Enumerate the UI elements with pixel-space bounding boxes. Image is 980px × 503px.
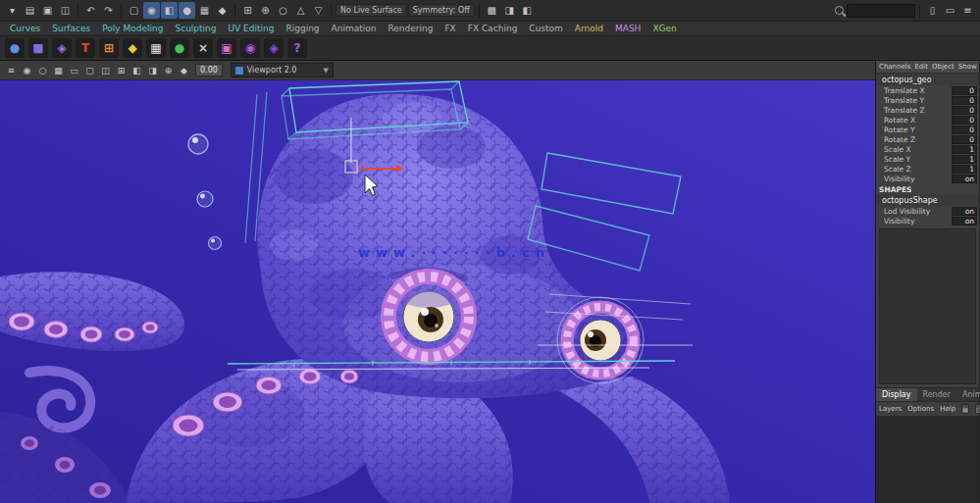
shelf-tab[interactable]: Animation [332, 24, 377, 33]
new-empty-layer-icon[interactable]: ▢ [975, 404, 980, 414]
channel-value-field[interactable]: 0 [952, 126, 977, 134]
shelf-tab[interactable]: Rigging [285, 24, 319, 33]
channel-box-menu-item[interactable]: Edit [914, 63, 928, 71]
shelf-purple-diamond-icon[interactable]: ◈ [264, 38, 284, 58]
shape-node-name[interactable]: octopusShape [876, 194, 979, 206]
select-hierarchy-icon[interactable]: ▢ [126, 2, 142, 19]
ipr-render-icon[interactable]: ◨ [501, 2, 518, 19]
shelf-tab[interactable]: XGen [652, 24, 676, 33]
shelf-tab[interactable]: MASH [615, 24, 641, 33]
safe-title-icon[interactable]: ◨ [145, 63, 160, 77]
shelf-delete-icon[interactable]: × [193, 38, 213, 58]
channel-value-field[interactable]: 1 [952, 155, 977, 164]
shelf-sphere-icon[interactable]: ● [5, 38, 25, 58]
help-menu-item[interactable]: Help [940, 405, 955, 413]
shelf-star-icon[interactable]: ◈ [52, 38, 72, 58]
shelf-construct-icon[interactable]: ⊞ [99, 38, 119, 58]
channel-value-field[interactable]: 0 [952, 86, 977, 95]
select-mask-faces-icon[interactable]: ◆ [214, 2, 231, 19]
layers-menu-item[interactable]: Layers [879, 405, 902, 413]
channel-value-field[interactable]: 1 [952, 145, 977, 154]
layer-editor-tab[interactable]: Display [876, 388, 917, 401]
grid-icon[interactable]: ▦ [51, 63, 66, 77]
film-gate-icon[interactable]: ▭ [67, 63, 81, 77]
select-camera-icon[interactable]: ◉ [20, 63, 34, 77]
channel-value-field[interactable]: on [952, 175, 977, 183]
channel-value-field[interactable]: 1 [952, 165, 977, 174]
channel-row[interactable]: Scale X 1 [876, 144, 979, 154]
shelf-tab[interactable]: Custom [529, 24, 562, 33]
channel-row[interactable]: Rotate X 0 [876, 115, 979, 125]
shelf-checker-icon[interactable]: ▦ [146, 38, 166, 58]
channel-box-menu-item[interactable]: Object [932, 63, 954, 71]
channel-row[interactable]: Visibility on [876, 174, 979, 183]
lock-camera-icon[interactable]: ○ [35, 63, 50, 77]
snap-curve-icon[interactable]: ⊕ [257, 2, 274, 19]
shelf-tab[interactable]: Curves [10, 24, 40, 33]
open-scene-icon[interactable]: ▣ [39, 2, 56, 19]
channel-box-menu-item[interactable]: Channels [879, 63, 910, 71]
new-scene-icon[interactable]: ▤ [22, 2, 38, 19]
channel-row[interactable]: Translate X 0 [876, 85, 979, 95]
symmetry-dropdown[interactable]: Symmetry: Off [408, 4, 475, 17]
shelf-tab[interactable]: Surfaces [52, 24, 90, 33]
sidebar-tool-settings-icon[interactable]: ▭ [942, 2, 958, 19]
viewport-scene[interactable] [0, 80, 875, 503]
octopus-model[interactable] [0, 80, 875, 503]
shelf-purple-target-icon[interactable]: ◉ [240, 38, 260, 58]
safe-action-icon[interactable]: ◧ [129, 63, 144, 77]
tentacle-curl[interactable] [29, 371, 90, 428]
channel-value-field[interactable]: 0 [952, 96, 977, 105]
channel-row[interactable]: Rotate Y 0 [876, 125, 979, 134]
shelf-type-icon[interactable]: T [76, 38, 95, 58]
channel-row[interactable]: Translate Z 0 [876, 105, 979, 115]
select-component-icon[interactable]: ◧ [161, 2, 178, 19]
channel-row[interactable]: Visibility on [876, 216, 979, 226]
channel-value-field[interactable]: 0 [952, 106, 977, 115]
render-icon[interactable]: ▩ [484, 2, 500, 19]
channel-value-field[interactable]: on [952, 207, 977, 216]
snap-plane-icon[interactable]: △ [292, 2, 309, 19]
save-scene-icon[interactable]: ◫ [57, 2, 74, 19]
shading-icon[interactable]: ◆ [177, 63, 191, 77]
live-surface-dropdown[interactable]: No Live Surface [335, 4, 407, 17]
select-object-icon[interactable]: ◉ [143, 2, 160, 19]
channel-row[interactable]: Scale Y 1 [876, 154, 979, 164]
viewport[interactable]: ≡◉○▦▭▢◫⊞◧◨⊕◆ 0.00 Viewport 2.0 ▼ [0, 61, 875, 503]
channel-value-field[interactable]: on [952, 217, 977, 226]
new-layer-icon[interactable]: ▤ [961, 404, 969, 414]
shelf-magenta-grid-icon[interactable]: ▣ [217, 38, 236, 58]
field-chart-icon[interactable]: ⊞ [114, 63, 129, 77]
sidebar-channel-box-icon[interactable]: ≡ [959, 2, 976, 19]
shelf-tab[interactable]: Rendering [387, 24, 433, 33]
shelf-cube-icon[interactable]: ■ [28, 38, 48, 58]
shelf-tab[interactable]: FX Caching [468, 24, 518, 33]
shelf-tab[interactable]: UV Editing [229, 24, 275, 33]
channel-row[interactable]: Rotate Z 0 [876, 134, 979, 144]
shelf-help-icon[interactable]: ? [287, 38, 307, 58]
search-input[interactable] [847, 4, 915, 18]
panel-menu-icon[interactable]: ≡ [4, 63, 19, 77]
redo-icon[interactable]: ↷ [100, 2, 117, 19]
shelf-tab[interactable]: Arnold [575, 24, 603, 33]
snap-surface-icon[interactable]: ▽ [310, 2, 327, 19]
resolution-gate-icon[interactable]: ▢ [82, 63, 97, 77]
channel-box-menu-item[interactable]: Show [958, 63, 977, 71]
sidebar-attr-editor-icon[interactable]: ▯ [924, 2, 941, 19]
shelf-tab[interactable]: FX [444, 24, 455, 33]
shelf-tab[interactable]: Sculpting [175, 24, 216, 33]
channel-row[interactable]: Translate Y 0 [876, 95, 979, 105]
shelf-green-sphere-icon[interactable]: ● [170, 38, 189, 58]
select-mask-lines-icon[interactable]: ▦ [196, 2, 213, 19]
channel-row[interactable]: Scale Z 1 [876, 164, 979, 174]
renderer-dropdown[interactable]: Viewport 2.0 ▼ [231, 63, 334, 77]
snap-point-icon[interactable]: ○ [275, 2, 291, 19]
shelf-tab[interactable]: Poly Modeling [102, 24, 163, 33]
layer-editor-tab[interactable]: Render [917, 388, 956, 401]
frame-field[interactable]: 0.00 [195, 64, 223, 76]
undo-icon[interactable]: ↶ [82, 2, 99, 19]
menu-set-icon[interactable]: ▾ [4, 2, 21, 19]
gate-mask-icon[interactable]: ◫ [98, 63, 113, 77]
shelf-diamond-icon[interactable]: ◆ [123, 38, 142, 58]
channel-value-field[interactable]: 0 [952, 116, 977, 125]
